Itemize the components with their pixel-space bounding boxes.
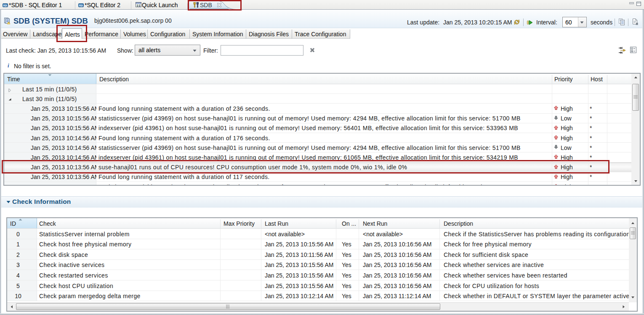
svg-text:SQL: SQL [3,4,8,7]
svg-text:i: i [8,62,9,69]
svg-text:SQL: SQL [79,4,83,7]
